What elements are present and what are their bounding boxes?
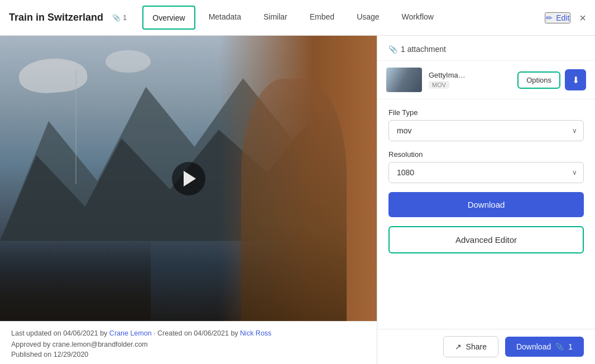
file-type-select-wrapper: mov mp4 gif ∨ [388, 120, 584, 141]
right-panel: 📎 1 attachment GettyIma… MOV Options ⬇ [377, 36, 595, 364]
bottom-bar: ↗ Share Download 📎 1 [377, 329, 595, 364]
tab-similar[interactable]: Similar [252, 0, 299, 35]
paperclip-count-icon: 📎 [555, 343, 564, 351]
attachment-count-badge: 1 [112, 13, 127, 22]
asset-metadata: Last updated on 04/06/2021 by Crane Lemo… [0, 321, 377, 364]
published-meta: Published on 12/29/2020 [11, 351, 366, 358]
close-button[interactable]: × [579, 12, 586, 23]
attachment-actions: Options ⬇ [517, 69, 586, 90]
download-icon-button[interactable]: ⬇ [565, 69, 586, 90]
share-icon: ↗ [455, 342, 462, 351]
resolution-label: Resolution [388, 150, 584, 159]
tab-bar: Overview Metadata Similar Embed Usage Wo… [140, 0, 545, 35]
resolution-field: Resolution 1080 720 480 ∨ [388, 150, 584, 183]
approved-meta: Approved by crane.lemon@brandfolder.com [11, 341, 366, 348]
created-by-link[interactable]: Nick Ross [240, 329, 271, 337]
play-icon [184, 171, 196, 186]
download-arrow-icon: ⬇ [572, 75, 579, 85]
file-type-label: File Type [388, 108, 584, 117]
play-button[interactable] [172, 162, 205, 195]
edit-button[interactable]: ✏ Edit [545, 12, 570, 23]
attachment-type-badge: MOV [429, 81, 449, 89]
header-actions: ✏ Edit × [545, 12, 586, 23]
page-title: Train in Switzerland [9, 12, 103, 23]
share-button[interactable]: ↗ Share [443, 336, 498, 357]
resolution-select[interactable]: 1080 720 480 [388, 162, 584, 183]
download-button[interactable]: Download [388, 192, 584, 217]
file-type-select[interactable]: mov mp4 gif [388, 120, 584, 141]
updated-meta: Last updated on 04/06/2021 by Crane Lemo… [11, 329, 366, 337]
video-panel [0, 36, 377, 321]
options-panel: File Type mov mp4 gif ∨ Resolution [377, 99, 595, 262]
tab-workflow[interactable]: Workflow [391, 0, 445, 35]
attachment-info: GettyIma… MOV [429, 71, 511, 89]
advanced-editor-button[interactable]: Advanced Editor [388, 226, 584, 253]
tab-embed[interactable]: Embed [299, 0, 346, 35]
attachment-thumbnail [386, 68, 422, 92]
attachment-header: 📎 1 attachment [377, 36, 595, 61]
download-all-button[interactable]: Download 📎 1 [505, 337, 584, 357]
pencil-icon: ✏ [546, 13, 553, 22]
tab-metadata[interactable]: Metadata [198, 0, 252, 35]
attachment-name: GettyIma… [429, 71, 511, 79]
tab-usage[interactable]: Usage [346, 0, 390, 35]
paperclip-icon: 📎 [388, 45, 397, 54]
file-type-field: File Type mov mp4 gif ∨ [388, 108, 584, 141]
options-button[interactable]: Options [517, 71, 560, 89]
tab-overview[interactable]: Overview [142, 6, 195, 30]
attachment-row: GettyIma… MOV Options ⬇ [377, 61, 595, 99]
resolution-select-wrapper: 1080 720 480 ∨ [388, 162, 584, 183]
attachment-count-text: 1 attachment [401, 45, 446, 54]
updated-by-link[interactable]: Crane Lemon [109, 329, 152, 337]
